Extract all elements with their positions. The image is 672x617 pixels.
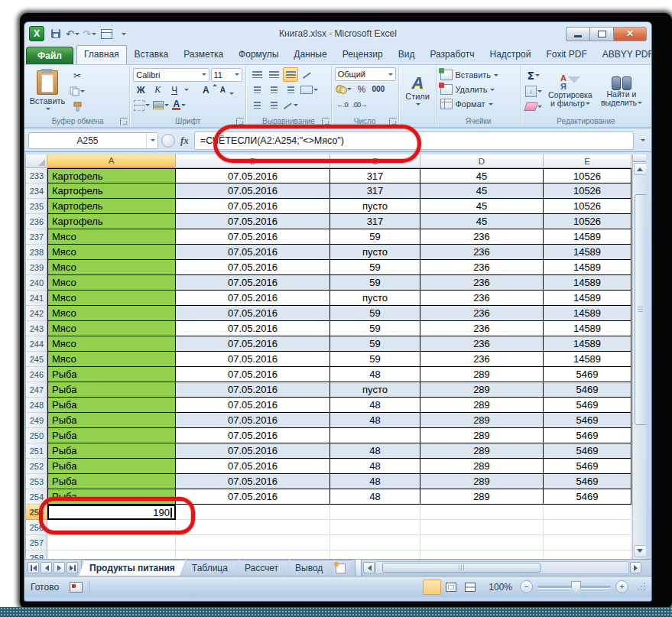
cell-E249[interactable]: 5469 [544,413,631,428]
column-header-E[interactable]: E [544,154,631,168]
close-button[interactable]: ✕ [613,27,647,41]
cell-A249[interactable]: Рыба [47,413,176,428]
cell-A245[interactable]: Мясо [47,352,176,367]
italic-button[interactable]: К [150,83,165,97]
row-header-237[interactable]: 237 [26,229,47,245]
cell-A242[interactable]: Мясо [47,306,176,321]
cell-E252[interactable]: 5469 [544,459,631,474]
cell-B250[interactable]: 07.05.2016 [176,428,330,443]
align-middle-button[interactable] [266,67,281,82]
autosum-button[interactable]: Σ [523,68,544,83]
horizontal-scroll-thumb[interactable] [382,563,540,573]
cell-B244[interactable]: 07.05.2016 [176,336,330,352]
cell-B242[interactable]: 07.05.2016 [176,306,330,321]
cell-A253[interactable]: Рыба [47,474,176,489]
undo-button[interactable]: ↶ [66,27,80,41]
excel-app-icon[interactable]: X [29,26,44,41]
ribbon-tab-Данные[interactable]: Данные [286,45,334,64]
align-right-button[interactable] [283,83,298,97]
cell-B254[interactable]: 07.05.2016 [176,489,330,505]
scroll-right-button[interactable] [630,562,641,573]
cell-D250[interactable]: 289 [420,428,544,443]
cell-C239[interactable]: 59 [330,260,420,275]
cell-B246[interactable]: 07.05.2016 [176,367,330,382]
row-header-257[interactable]: 257 [26,535,47,550]
ribbon-tab-Рецензир[interactable]: Рецензир [335,45,391,64]
page-layout-view-button[interactable] [442,580,460,595]
cell-B240[interactable]: 07.05.2016 [176,275,330,291]
ribbon-tab-ABBYY-PDF[interactable]: ABBYY PDF [595,45,652,64]
scroll-left-button[interactable] [363,562,375,573]
row-header-258[interactable]: 258 [26,550,47,559]
cell-D235[interactable]: 45 [420,199,544,214]
zoom-in-button[interactable]: + [615,580,628,593]
cell-E257[interactable] [544,535,631,550]
row-header-249[interactable]: 249 [26,413,47,428]
cell-D247[interactable]: 289 [420,382,544,398]
cell-B245[interactable]: 07.05.2016 [176,352,330,367]
row-header-256[interactable]: 256 [26,520,47,535]
cell-C238[interactable]: пусто [330,245,420,260]
cell-E239[interactable]: 14589 [544,260,631,275]
restore-button[interactable] [589,27,613,41]
cell-A237[interactable]: Мясо [47,229,176,245]
scrollbar-split-handle[interactable] [633,154,646,162]
customize-qat-button[interactable] [116,27,130,41]
cell-C253[interactable]: 48 [330,474,420,489]
ribbon-tab-Вставка[interactable]: Вставка [127,45,177,64]
cell-A236[interactable]: Картофель [47,214,176,229]
cell-A252[interactable]: Рыба [47,459,176,474]
borders-button[interactable] [133,98,151,112]
increase-decimal-button[interactable]: ←.0 [335,97,350,112]
accounting-format-button[interactable] [335,82,352,96]
page-break-view-button[interactable] [461,580,479,595]
row-header-255[interactable]: 255 [26,505,47,520]
previous-sheet-button[interactable] [41,562,52,573]
cell-C257[interactable] [330,535,420,550]
cell-A254[interactable]: Рыба [47,489,176,505]
ribbon-tab-Foxit-PDF[interactable]: Foxit PDF [538,45,594,64]
tab-scroll-split-handle[interactable] [355,560,362,576]
cell-B251[interactable]: 07.05.2016 [176,443,330,459]
cell-B234[interactable]: 07.05.2016 [176,183,330,199]
cell-B237[interactable]: 07.05.2016 [176,229,330,245]
scroll-up-button[interactable] [634,163,647,175]
row-header-241[interactable]: 241 [26,291,47,306]
cell-D252[interactable]: 289 [420,459,544,474]
cell-E236[interactable]: 10526 [544,214,631,229]
row-header-253[interactable]: 253 [26,474,47,489]
row-header-243[interactable]: 243 [26,321,47,336]
row-header-246[interactable]: 246 [26,367,47,382]
align-bottom-button[interactable] [283,67,298,82]
formula-input[interactable]: =СЧЁТЕСЛИ(A2:A254;"<>Мясо") [194,132,634,150]
cell-D245[interactable]: 236 [420,352,544,367]
cell-D238[interactable]: 236 [420,245,544,260]
cell-C235[interactable]: пусто [330,199,420,214]
orientation-button[interactable] [300,67,315,82]
merge-center-button[interactable] [300,83,319,97]
ribbon-tab-Формулы[interactable]: Формулы [231,45,286,64]
cell-B235[interactable]: 07.05.2016 [176,199,330,214]
quick-view-button[interactable] [99,27,113,41]
cell-E246[interactable]: 5469 [544,367,631,382]
cell-B257[interactable] [176,535,330,550]
wrap-text-button[interactable] [283,98,299,112]
row-header-245[interactable]: 245 [26,352,47,367]
cell-E258[interactable] [544,550,631,559]
cell-D237[interactable]: 236 [420,229,544,245]
format-painter-button[interactable] [69,99,86,114]
cell-C244[interactable]: 59 [330,336,420,352]
row-header-247[interactable]: 247 [26,382,47,398]
column-header-B[interactable]: B [176,154,330,168]
cell-A250[interactable]: Рыба [47,428,176,443]
cell-C255[interactable] [330,505,420,520]
vertical-scrollbar[interactable] [632,154,646,559]
cell-C254[interactable]: 48 [330,489,420,505]
row-header-238[interactable]: 238 [26,245,47,260]
save-button[interactable] [49,27,63,41]
align-left-button[interactable] [249,83,265,97]
cell-D256[interactable] [420,520,544,535]
delete-cells-button[interactable]: Удалить [440,83,515,96]
cell-C248[interactable]: 48 [330,398,420,413]
ribbon-tab-Вид[interactable]: Вид [391,45,423,64]
